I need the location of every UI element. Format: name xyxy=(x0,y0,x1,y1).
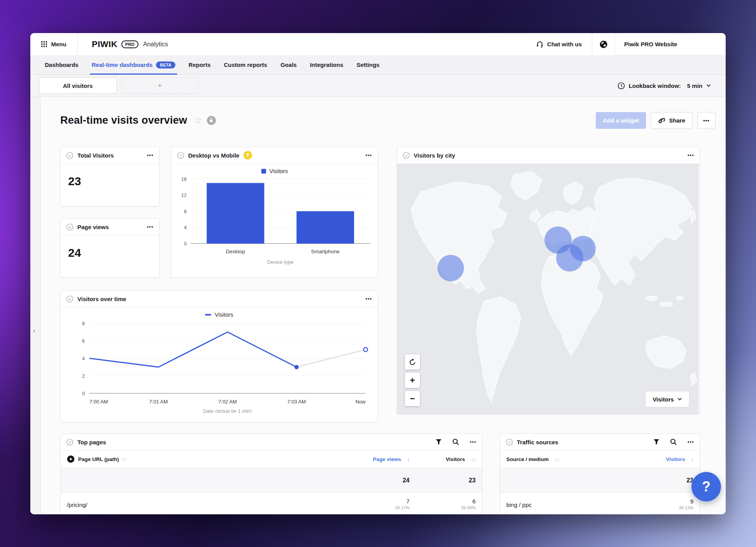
bar-chart: 0481216DesktopSmartphoneDevice type xyxy=(173,174,376,268)
table-row[interactable]: bing / ppc 939.13% xyxy=(500,493,700,511)
search-icon[interactable] xyxy=(670,438,677,445)
expand-sidebar-chevron[interactable]: › xyxy=(33,327,35,334)
app-bar-right: Chat with us Piwik PRO Website xyxy=(526,33,726,55)
add-dashboard-tab-button[interactable]: + xyxy=(121,77,198,94)
search-icon[interactable] xyxy=(452,438,459,445)
legend-swatch xyxy=(261,169,266,174)
menu-label: Menu xyxy=(51,41,66,47)
map-metric-dropdown[interactable]: Visitors xyxy=(645,391,690,407)
widget-title: Desktop vs Mobile xyxy=(188,152,240,159)
legend-label: Visitors xyxy=(270,168,288,174)
svg-text:Date (group by 1 min): Date (group by 1 min) xyxy=(203,408,252,413)
dashboard-more-button[interactable]: ••• xyxy=(697,112,716,129)
nav-item-reports[interactable]: Reports xyxy=(182,55,217,74)
widget-title: Page views xyxy=(77,224,109,230)
nav-item-dashboards[interactable]: Dashboards xyxy=(38,55,85,74)
chevron-down-icon xyxy=(706,84,711,87)
nav-item-real-time-dashboards[interactable]: Real-time dashboardsBETA xyxy=(85,55,182,74)
globe-button[interactable] xyxy=(592,33,614,55)
filter-icon[interactable] xyxy=(653,439,660,445)
widget-title: Top pages xyxy=(77,439,106,445)
top-pages-column-header: Page URL (path) ↓↑ Page views ↓ Visitors… xyxy=(61,451,482,468)
widget-menu-button[interactable]: ••• xyxy=(147,224,154,230)
world-map[interactable]: + − Visitors xyxy=(397,164,700,414)
tab-all-visitors[interactable]: All visitors xyxy=(39,77,117,94)
svg-text:Now: Now xyxy=(355,399,366,405)
row-visitors: 6 xyxy=(472,498,476,505)
check-circle-icon xyxy=(66,152,74,159)
widget-menu-button[interactable]: ••• xyxy=(366,153,372,158)
column-source-medium[interactable]: Source / medium ↓↑ xyxy=(506,456,559,462)
svg-text:8: 8 xyxy=(184,209,187,214)
chat-label: Chat with us xyxy=(547,41,582,47)
traffic-sources-summary-row: 23 xyxy=(500,468,700,493)
lookback-label: Lookback window: xyxy=(629,82,681,89)
nav-item-custom-reports[interactable]: Custom reports xyxy=(217,55,274,74)
svg-text:Device type: Device type xyxy=(267,259,294,265)
svg-text:4: 4 xyxy=(184,225,187,230)
widget-visitors-by-city: Visitors by city ••• xyxy=(397,147,700,414)
logo-pro-badge: PRO xyxy=(121,40,138,48)
nav-item-integrations[interactable]: Integrations xyxy=(303,55,350,74)
share-button[interactable]: Share xyxy=(651,112,693,129)
desktop-background: Menu PIWIK PRO Analytics xyxy=(0,0,756,547)
column-visitors[interactable]: Visitors ↓↑ xyxy=(410,456,476,462)
widget-menu-button[interactable]: ••• xyxy=(470,439,476,445)
summary-visitors: 23 xyxy=(639,477,693,484)
map-metric-value: Visitors xyxy=(653,396,674,403)
table-row[interactable]: /pricing/ 729.17% 626.09% xyxy=(61,493,482,511)
map-reset-button[interactable] xyxy=(405,354,420,370)
widget-menu-button[interactable]: ••• xyxy=(366,296,372,302)
widget-traffic-sources: Traffic sources ••• xyxy=(500,433,700,514)
sort-desc-icon: ↓ xyxy=(691,457,693,462)
column-page-url[interactable]: Page URL (path) xyxy=(78,456,119,462)
widget-visitors-over-time: Visitors over time ••• Visitors 024687:0… xyxy=(60,290,378,423)
city-bubble[interactable] xyxy=(556,244,583,272)
map-zoom-out-button[interactable]: − xyxy=(405,391,420,406)
filter-applied-badge[interactable] xyxy=(243,151,252,160)
menu-button[interactable]: Menu xyxy=(30,33,78,55)
help-button[interactable]: ? xyxy=(691,472,721,501)
svg-text:6: 6 xyxy=(82,338,85,344)
page-views-value: 24 xyxy=(61,235,159,259)
summary-visitors: 23 xyxy=(410,477,476,484)
column-visitors[interactable]: Visitors ↓ xyxy=(639,456,693,462)
widget-menu-button[interactable]: ••• xyxy=(147,153,154,158)
check-circle-icon xyxy=(402,152,410,159)
city-bubble[interactable] xyxy=(438,255,464,281)
nav-item-label: Integrations xyxy=(310,61,343,68)
widget-menu-button[interactable]: ••• xyxy=(688,439,694,445)
favorite-star-icon[interactable]: ☆ xyxy=(194,115,202,126)
filter-icon[interactable] xyxy=(436,439,442,445)
legend-label: Visitors xyxy=(215,312,233,318)
chat-with-us-button[interactable]: Chat with us xyxy=(526,33,592,55)
play-circle-icon[interactable] xyxy=(67,455,75,463)
plus-icon: + xyxy=(158,81,162,90)
svg-text:16: 16 xyxy=(181,177,187,182)
svg-text:4: 4 xyxy=(82,356,85,361)
row-visitors-pct: 26.09% xyxy=(461,505,476,511)
website-selector[interactable]: Piwik PRO Website xyxy=(614,33,726,55)
svg-text:7:02 AM: 7:02 AM xyxy=(218,399,237,405)
widget-top-pages: Top pages ••• xyxy=(60,433,482,514)
map-zoom-in-button[interactable]: + xyxy=(405,373,420,388)
add-widget-label: Add a widget xyxy=(603,117,639,124)
svg-text:7:00 AM: 7:00 AM xyxy=(89,399,108,405)
lookback-window-selector[interactable]: Lookback window: 5 min xyxy=(618,82,717,89)
sort-both-icon[interactable]: ↓↑ xyxy=(122,456,127,462)
svg-text:Smartphone: Smartphone xyxy=(311,249,340,254)
svg-text:12: 12 xyxy=(181,193,187,198)
column-page-views[interactable]: Page views ↓ xyxy=(336,456,410,462)
piwik-pro-logo[interactable]: PIWIK PRO Analytics xyxy=(78,33,168,55)
link-icon xyxy=(658,117,665,124)
check-circle-icon xyxy=(66,295,74,303)
nav-item-settings[interactable]: Settings xyxy=(350,55,386,74)
nav-item-label: Goals xyxy=(280,61,297,68)
app-window: Menu PIWIK PRO Analytics xyxy=(30,33,726,514)
widget-menu-button[interactable]: ••• xyxy=(688,153,694,158)
sort-both-icon: ↓↑ xyxy=(471,457,476,462)
lock-badge xyxy=(207,116,216,125)
traffic-sources-column-header: Source / medium ↓↑ Visitors ↓ xyxy=(500,451,700,468)
nav-item-goals[interactable]: Goals xyxy=(274,55,303,74)
add-widget-button[interactable]: Add a widget xyxy=(596,112,646,129)
